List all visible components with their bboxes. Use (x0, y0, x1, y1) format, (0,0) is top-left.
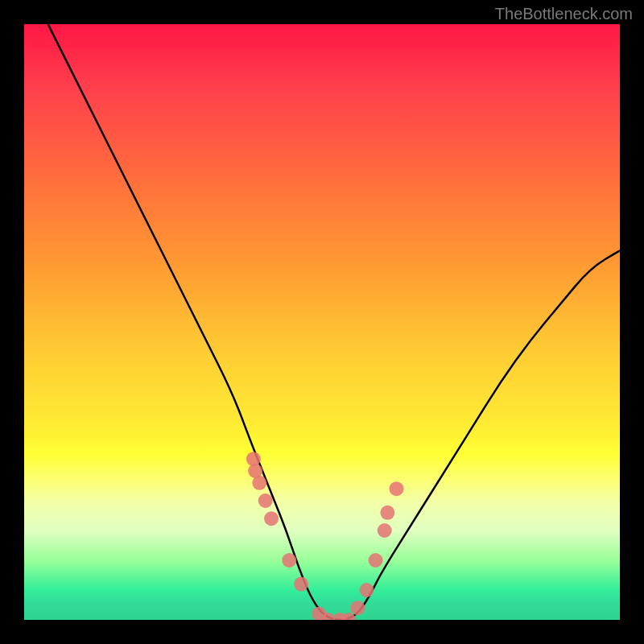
chart-plot-area (24, 24, 620, 620)
marker-points (246, 452, 404, 620)
marker-dot (380, 506, 394, 520)
marker-dot (252, 476, 266, 490)
watermark-text: TheBottleneck.com (495, 5, 633, 23)
marker-dot (258, 493, 273, 508)
bottleneck-curve (48, 24, 620, 620)
marker-dot (378, 523, 392, 538)
marker-dot (390, 481, 404, 496)
marker-dot (264, 511, 279, 526)
marker-dot (294, 577, 308, 592)
marker-dot (282, 553, 296, 568)
marker-dot (369, 553, 383, 568)
marker-dot (350, 601, 365, 615)
marker-dot (360, 583, 374, 597)
curve-svg (24, 24, 620, 620)
